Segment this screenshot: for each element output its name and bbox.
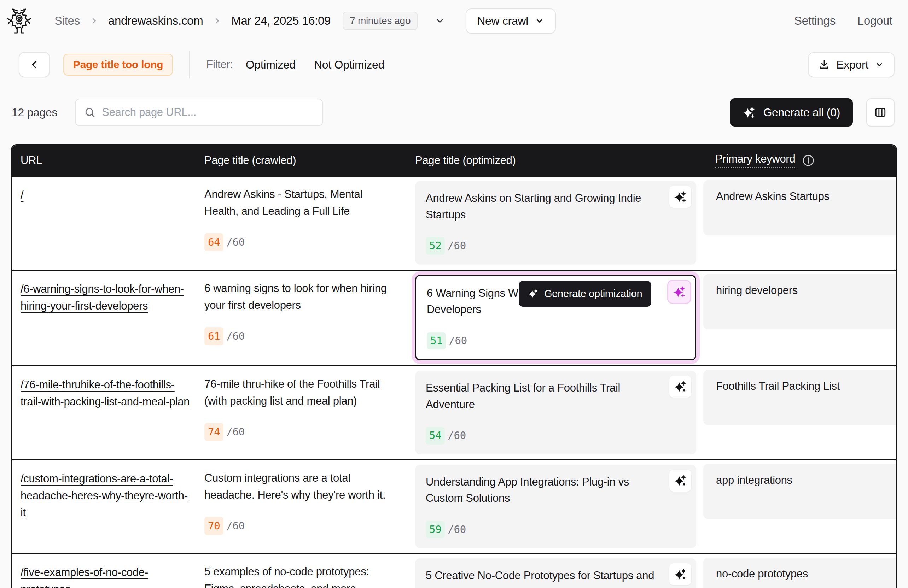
optimized-title: Essential Packing List for a Foothills T… — [426, 380, 661, 413]
column-header-url: URL — [12, 154, 203, 167]
columns-icon — [874, 106, 887, 119]
table-row: /6-warning-signs-to-look-for-when-hiring… — [12, 270, 896, 366]
generate-optimization-button[interactable] — [668, 281, 690, 303]
crawled-title: 5 examples of no-code prototypes: Figma,… — [204, 563, 389, 588]
sparkles-icon — [674, 568, 687, 581]
chevron-down-icon — [534, 16, 544, 26]
optimized-title: 5 Creative No-Code Prototypes for Startu… — [426, 567, 661, 588]
char-count-badge: 70 — [204, 517, 224, 535]
breadcrumb-crawl-date[interactable]: Mar 24, 2025 16:09 — [231, 14, 331, 27]
chevron-down-icon[interactable] — [435, 16, 445, 26]
info-icon[interactable] — [802, 154, 815, 167]
crawled-title: Andrew Askins - Startups, Mental Health,… — [204, 186, 389, 220]
export-label: Export — [836, 58, 868, 71]
export-button[interactable]: Export — [808, 52, 895, 77]
table-toolbar: 12 pages Generate all (0) — [12, 98, 895, 127]
primary-keyword-cell[interactable]: app integrations — [703, 464, 896, 519]
char-count-badge: 61 — [204, 327, 224, 345]
filter-optimized[interactable]: Optimized — [246, 58, 296, 71]
char-count-badge: 59 — [426, 521, 445, 538]
new-crawl-label: New crawl — [477, 14, 528, 27]
primary-keyword-cell[interactable]: Foothills Trail Packing List — [703, 370, 896, 425]
chevron-down-icon — [875, 60, 884, 69]
sparkles-icon — [674, 474, 687, 487]
char-limit: /60 — [226, 424, 244, 440]
monster-logo-icon — [7, 7, 31, 34]
generate-optimization-button[interactable] — [669, 563, 691, 585]
table-row: /custom-integrations-are-a-total-headach… — [12, 459, 896, 553]
char-count-badge: 64 — [204, 233, 224, 251]
char-limit: /60 — [226, 518, 244, 534]
sparkles-icon — [674, 380, 687, 393]
char-limit: /60 — [448, 522, 466, 537]
char-count-badge: 52 — [426, 237, 445, 255]
back-button[interactable] — [19, 52, 50, 77]
crawl-age-badge: 7 minutes ago — [343, 12, 418, 30]
char-limit: /60 — [226, 328, 244, 344]
primary-keyword-label[interactable]: Primary keyword — [715, 153, 795, 168]
filter-label: Filter: — [206, 58, 233, 71]
tooltip-label: Generate optimization — [544, 286, 642, 302]
primary-keyword-cell[interactable]: no-code prototypes — [703, 557, 896, 588]
generate-all-label: Generate all (0) — [763, 106, 840, 119]
char-count-badge: 74 — [204, 423, 224, 441]
optimized-title-card[interactable]: 5 Creative No-Code Prototypes for Startu… — [415, 558, 696, 588]
sparkles-icon — [528, 288, 539, 299]
generate-optimization-button[interactable] — [669, 186, 691, 208]
optimized-title-card[interactable]: Andrew Askins on Starting and Growing In… — [415, 181, 696, 265]
page-url-link[interactable]: /6-warning-signs-to-look-for-when-hiring… — [21, 283, 184, 312]
column-header-keyword: Primary keyword — [703, 153, 896, 168]
chevron-right-icon — [89, 16, 99, 26]
breadcrumb-sites[interactable]: Sites — [55, 14, 80, 27]
search-box[interactable] — [75, 99, 323, 126]
column-header-crawled: Page title (crawled) — [203, 154, 404, 167]
page-url-link[interactable]: /custom-integrations-are-a-total-headach… — [21, 472, 188, 519]
download-icon — [819, 59, 830, 70]
pages-table: URL Page title (crawled) Page title (opt… — [11, 144, 897, 588]
optimized-title-card-active[interactable]: 6 Warning Signs When Hiring Your First D… — [415, 275, 696, 361]
divider — [189, 51, 190, 79]
char-limit: /60 — [448, 428, 466, 443]
primary-keyword-cell[interactable]: Andrew Askins Startups — [703, 180, 896, 235]
pages-count: 12 pages — [12, 106, 57, 119]
column-settings-button[interactable] — [866, 98, 895, 127]
issue-filter-badge[interactable]: Page title too long — [63, 54, 173, 76]
crawled-title: Custom integrations are a total headache… — [204, 470, 389, 504]
breadcrumb: Sites andrewaskins.com Mar 24, 2025 16:0… — [55, 12, 445, 30]
optimized-title-card[interactable]: Essential Packing List for a Foothills T… — [415, 371, 696, 455]
generate-optimization-button[interactable] — [669, 376, 691, 398]
primary-keyword-cell[interactable]: hiring developers — [703, 274, 896, 329]
optimized-title: Understanding App Integrations: Plug-in … — [426, 474, 661, 507]
crawled-title: 76-mile thru-hike of the Foothills Trail… — [204, 376, 389, 410]
generate-all-button[interactable]: Generate all (0) — [730, 98, 853, 127]
generate-optimization-tooltip: Generate optimization — [519, 281, 651, 307]
optimized-title: Andrew Askins on Starting and Growing In… — [426, 190, 661, 223]
column-header-optimized: Page title (optimized) — [404, 154, 703, 167]
table-header: URL Page title (crawled) Page title (opt… — [12, 145, 896, 176]
optimized-title-card[interactable]: Understanding App Integrations: Plug-in … — [415, 465, 696, 548]
generate-optimization-button[interactable] — [669, 470, 691, 492]
page-url-link[interactable]: /five-examples-of-no-code-prototypes — [21, 566, 148, 588]
breadcrumb-site[interactable]: andrewaskins.com — [108, 14, 203, 27]
page-url-link[interactable]: / — [21, 189, 23, 201]
settings-link[interactable]: Settings — [794, 14, 836, 27]
table-row: / Andrew Askins - Startups, Mental Healt… — [12, 176, 896, 270]
new-crawl-button[interactable]: New crawl — [466, 8, 556, 34]
chevron-right-icon — [212, 16, 222, 26]
search-icon — [84, 107, 95, 118]
filter-bar: Page title too long Filter: Optimized No… — [19, 51, 895, 79]
chevron-left-icon — [29, 59, 40, 70]
crawled-title: 6 warning signs to look for when hiring … — [204, 280, 389, 314]
page-url-link[interactable]: /76-mile-thruhike-of-the-foothills-trail… — [21, 378, 190, 408]
logout-link[interactable]: Logout — [857, 14, 892, 27]
char-count-badge: 54 — [426, 427, 445, 445]
table-row: /five-examples-of-no-code-prototypes 5 e… — [12, 553, 896, 588]
char-limit: /60 — [448, 238, 466, 254]
search-input[interactable] — [102, 106, 314, 119]
top-bar: Sites andrewaskins.com Mar 24, 2025 16:0… — [0, 0, 908, 35]
sparkles-icon — [674, 190, 687, 203]
filter-not-optimized[interactable]: Not Optimized — [314, 58, 384, 71]
char-count-badge: 51 — [427, 332, 446, 350]
sparkles-icon — [673, 286, 686, 298]
sparkles-icon — [742, 106, 755, 119]
